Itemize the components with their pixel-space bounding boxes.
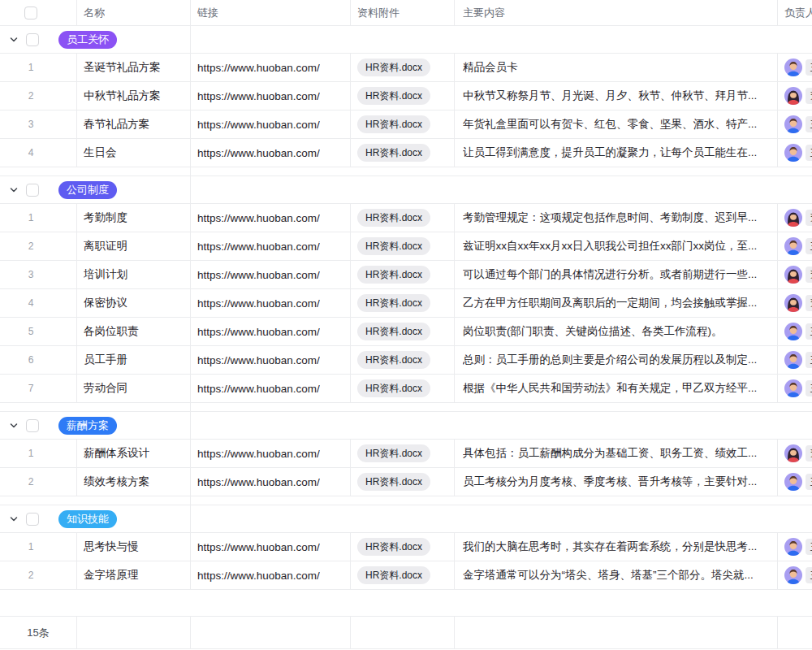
- row-number-cell[interactable]: 6: [0, 346, 77, 374]
- attachment-cell[interactable]: HR资料.docx: [351, 533, 455, 561]
- attachment-pill[interactable]: HR资料.docx: [357, 566, 430, 584]
- name-cell[interactable]: 绩效考核方案: [77, 468, 191, 496]
- content-cell[interactable]: 乙方在甲方任职期间及离职后的一定期间，均会接触或掌握...: [455, 289, 778, 317]
- row-number-cell[interactable]: 2: [0, 561, 77, 589]
- row-number-cell[interactable]: 7: [0, 375, 77, 402]
- row-number-cell[interactable]: 5: [0, 318, 77, 345]
- name-cell[interactable]: 离职证明: [77, 232, 191, 260]
- content-cell[interactable]: 考勤管理规定：这项规定包括作息时间、考勤制度、迟到早...: [455, 204, 778, 232]
- select-all-checkbox[interactable]: [24, 6, 37, 20]
- group-checkbox[interactable]: [26, 513, 39, 526]
- column-header-link[interactable]: 链接: [191, 0, 351, 25]
- row-number-cell[interactable]: 4: [0, 139, 77, 167]
- owner-cell[interactable]: 王: [778, 375, 812, 402]
- row-number-cell[interactable]: 1: [0, 204, 77, 232]
- name-cell[interactable]: 中秋节礼品方案: [77, 82, 191, 110]
- name-cell[interactable]: 员工手册: [77, 346, 191, 374]
- link-cell[interactable]: https://www.huoban.com/: [191, 232, 351, 260]
- owner-cell[interactable]: 董: [778, 204, 812, 232]
- content-cell[interactable]: 可以通过每个部门的具体情况进行分析。或者前期进行一些...: [455, 261, 778, 288]
- chevron-down-icon[interactable]: [8, 514, 19, 525]
- attachment-pill[interactable]: HR资料.docx: [357, 144, 430, 162]
- name-cell[interactable]: 金字塔原理: [77, 561, 191, 589]
- content-cell[interactable]: 总则：员工手册的总则主要是介绍公司的发展历程以及制定...: [455, 346, 778, 374]
- name-cell[interactable]: 生日会: [77, 139, 191, 167]
- name-cell[interactable]: 劳动合同: [77, 375, 191, 402]
- attachment-cell[interactable]: HR资料.docx: [351, 82, 455, 110]
- attachment-cell[interactable]: HR资料.docx: [351, 110, 455, 138]
- attachment-pill[interactable]: HR资料.docx: [357, 379, 430, 397]
- owner-cell[interactable]: 王: [778, 533, 812, 561]
- row-number-cell[interactable]: 1: [0, 54, 77, 81]
- link-cell[interactable]: https://www.huoban.com/: [191, 289, 351, 317]
- attachment-pill[interactable]: HR资料.docx: [357, 473, 430, 491]
- column-header-owner[interactable]: 负责人: [778, 0, 812, 25]
- name-cell[interactable]: 春节礼品方案: [77, 110, 191, 138]
- attachment-cell[interactable]: HR资料.docx: [351, 289, 455, 317]
- content-cell[interactable]: 年货礼盒里面可以有贺卡、红包、零食、坚果、酒水、特产...: [455, 110, 778, 138]
- link-cell[interactable]: https://www.huoban.com/: [191, 468, 351, 496]
- owner-cell[interactable]: 董: [778, 261, 812, 288]
- attachment-cell[interactable]: HR资料.docx: [351, 204, 455, 232]
- owner-cell[interactable]: 董: [778, 440, 812, 467]
- content-cell[interactable]: 兹证明xx自xx年xx月xx日入职我公司担任xx部门xx岗位，至...: [455, 232, 778, 260]
- attachment-pill[interactable]: HR资料.docx: [357, 294, 430, 312]
- owner-cell[interactable]: 王: [778, 54, 812, 81]
- owner-cell[interactable]: 王: [778, 346, 812, 374]
- name-cell[interactable]: 保密协议: [77, 289, 191, 317]
- attachment-pill[interactable]: HR资料.docx: [357, 323, 430, 340]
- link-cell[interactable]: https://www.huoban.com/: [191, 261, 351, 288]
- row-number-cell[interactable]: 2: [0, 82, 77, 110]
- name-cell[interactable]: 各岗位职责: [77, 318, 191, 345]
- column-header-attachment[interactable]: 资料附件: [351, 0, 455, 25]
- owner-cell[interactable]: 董: [778, 82, 812, 110]
- attachment-pill[interactable]: HR资料.docx: [357, 209, 430, 227]
- attachment-pill[interactable]: HR资料.docx: [357, 237, 430, 255]
- link-cell[interactable]: https://www.huoban.com/: [191, 204, 351, 232]
- chevron-down-icon[interactable]: [8, 184, 19, 196]
- group-checkbox[interactable]: [26, 33, 39, 46]
- owner-cell[interactable]: 王: [778, 139, 812, 167]
- column-header-content[interactable]: 主要内容: [455, 0, 778, 25]
- owner-cell[interactable]: 王: [778, 468, 812, 496]
- column-header-name[interactable]: 名称: [77, 0, 191, 25]
- group-checkbox[interactable]: [26, 419, 39, 432]
- attachment-cell[interactable]: HR资料.docx: [351, 468, 455, 496]
- attachment-pill[interactable]: HR资料.docx: [357, 87, 430, 105]
- link-cell[interactable]: https://www.huoban.com/: [191, 318, 351, 345]
- row-number-cell[interactable]: 4: [0, 289, 77, 317]
- attachment-cell[interactable]: HR资料.docx: [351, 318, 455, 345]
- content-cell[interactable]: 让员工得到满意度，提升员工的凝聚力，让每个员工能生在...: [455, 139, 778, 167]
- content-cell[interactable]: 具体包括：员工薪酬构成分为基础工资、职务工资、绩效工...: [455, 440, 778, 467]
- attachment-cell[interactable]: HR资料.docx: [351, 346, 455, 374]
- group-badge[interactable]: 薪酬方案: [58, 417, 117, 435]
- content-cell[interactable]: 金字塔通常可以分为“塔尖、塔身、塔基”三个部分。塔尖就...: [455, 561, 778, 589]
- attachment-pill[interactable]: HR资料.docx: [357, 266, 430, 284]
- attachment-cell[interactable]: HR资料.docx: [351, 440, 455, 467]
- attachment-pill[interactable]: HR资料.docx: [357, 351, 430, 369]
- chevron-down-icon[interactable]: [8, 420, 19, 431]
- content-cell[interactable]: 中秋节又称祭月节、月光诞、月夕、秋节、仲秋节、拜月节...: [455, 82, 778, 110]
- row-number-cell[interactable]: 2: [0, 468, 77, 496]
- name-cell[interactable]: 思考快与慢: [77, 533, 191, 561]
- link-cell[interactable]: https://www.huoban.com/: [191, 561, 351, 589]
- attachment-cell[interactable]: HR资料.docx: [351, 561, 455, 589]
- attachment-pill[interactable]: HR资料.docx: [357, 444, 430, 462]
- group-badge[interactable]: 知识技能: [58, 510, 117, 528]
- content-cell[interactable]: 精品会员卡: [455, 54, 778, 81]
- group-checkbox[interactable]: [26, 184, 39, 197]
- attachment-cell[interactable]: HR资料.docx: [351, 232, 455, 260]
- content-cell[interactable]: 岗位职责(部门职责、关键岗位描述、各类工作流程)。: [455, 318, 778, 345]
- column-header-select[interactable]: [0, 0, 77, 25]
- link-cell[interactable]: https://www.huoban.com/: [191, 533, 351, 561]
- attachment-cell[interactable]: HR资料.docx: [351, 261, 455, 288]
- link-cell[interactable]: https://www.huoban.com/: [191, 139, 351, 167]
- attachment-pill[interactable]: HR资料.docx: [357, 115, 430, 133]
- owner-cell[interactable]: 王: [778, 561, 812, 589]
- owner-cell[interactable]: 王: [778, 110, 812, 138]
- name-cell[interactable]: 考勤制度: [77, 204, 191, 232]
- row-number-cell[interactable]: 1: [0, 440, 77, 467]
- row-number-cell[interactable]: 2: [0, 232, 77, 260]
- attachment-cell[interactable]: HR资料.docx: [351, 54, 455, 81]
- link-cell[interactable]: https://www.huoban.com/: [191, 440, 351, 467]
